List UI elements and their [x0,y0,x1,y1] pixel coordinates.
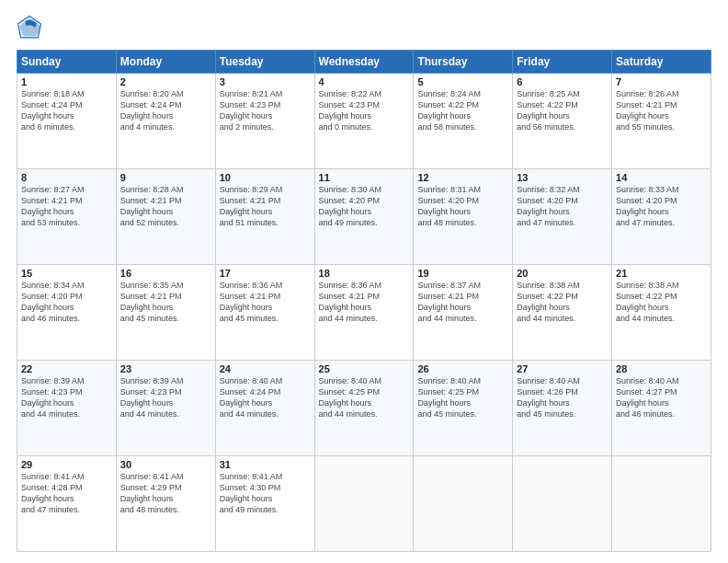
day-number: 14 [616,172,707,183]
day-info: Sunrise: 8:28 AMSunset: 4:21 PMDaylight … [120,184,211,229]
day-number: 10 [220,172,311,183]
calendar-cell: 22Sunrise: 8:39 AMSunset: 4:23 PMDayligh… [17,361,117,456]
calendar-cell: 20Sunrise: 8:38 AMSunset: 4:22 PMDayligh… [513,265,612,361]
day-number: 16 [120,268,211,279]
calendar-cell: 21Sunrise: 8:38 AMSunset: 4:22 PMDayligh… [612,265,711,361]
calendar-week-3: 15Sunrise: 8:34 AMSunset: 4:20 PMDayligh… [17,265,711,361]
calendar-cell: 7Sunrise: 8:26 AMSunset: 4:21 PMDaylight… [612,74,711,169]
day-number: 27 [517,363,608,374]
day-info: Sunrise: 8:24 AMSunset: 4:22 PMDaylight … [417,88,508,133]
calendar-cell [314,456,414,552]
calendar-cell: 4Sunrise: 8:22 AMSunset: 4:23 PMDaylight… [314,74,414,169]
day-number: 11 [319,172,410,183]
day-info: Sunrise: 8:37 AMSunset: 4:21 PMDaylight … [417,280,508,325]
calendar-cell: 13Sunrise: 8:32 AMSunset: 4:20 PMDayligh… [513,169,612,265]
calendar-cell: 9Sunrise: 8:28 AMSunset: 4:21 PMDaylight… [116,169,215,265]
weekday-header-monday: Monday [116,51,215,74]
day-info: Sunrise: 8:40 AMSunset: 4:27 PMDaylight … [616,375,707,420]
day-number: 30 [120,459,211,470]
day-number: 8 [21,172,112,183]
day-info: Sunrise: 8:31 AMSunset: 4:20 PMDaylight … [417,184,508,229]
calendar-cell: 25Sunrise: 8:40 AMSunset: 4:25 PMDayligh… [314,361,414,456]
day-info: Sunrise: 8:38 AMSunset: 4:22 PMDaylight … [517,280,608,325]
day-number: 9 [120,172,211,183]
calendar-cell: 15Sunrise: 8:34 AMSunset: 4:20 PMDayligh… [17,265,117,361]
day-info: Sunrise: 8:39 AMSunset: 4:23 PMDaylight … [21,375,112,420]
day-info: Sunrise: 8:34 AMSunset: 4:20 PMDaylight … [21,280,112,325]
calendar-cell [612,456,711,552]
day-info: Sunrise: 8:35 AMSunset: 4:21 PMDaylight … [120,280,211,325]
calendar-cell: 10Sunrise: 8:29 AMSunset: 4:21 PMDayligh… [215,169,314,265]
day-number: 2 [120,76,211,87]
day-info: Sunrise: 8:26 AMSunset: 4:21 PMDaylight … [616,88,707,133]
day-info: Sunrise: 8:20 AMSunset: 4:24 PMDaylight … [120,88,211,133]
day-info: Sunrise: 8:40 AMSunset: 4:25 PMDaylight … [319,375,410,420]
calendar-week-5: 29Sunrise: 8:41 AMSunset: 4:28 PMDayligh… [17,456,711,552]
calendar-cell: 12Sunrise: 8:31 AMSunset: 4:20 PMDayligh… [414,169,513,265]
logo-icon [17,15,42,40]
calendar-week-4: 22Sunrise: 8:39 AMSunset: 4:23 PMDayligh… [17,361,711,456]
day-number: 4 [319,76,410,87]
day-number: 21 [616,268,707,279]
day-info: Sunrise: 8:40 AMSunset: 4:25 PMDaylight … [417,375,508,420]
calendar-cell: 11Sunrise: 8:30 AMSunset: 4:20 PMDayligh… [314,169,414,265]
weekday-header-saturday: Saturday [612,51,711,74]
day-info: Sunrise: 8:40 AMSunset: 4:26 PMDaylight … [517,375,608,420]
day-info: Sunrise: 8:22 AMSunset: 4:23 PMDaylight … [319,88,410,133]
calendar-cell: 6Sunrise: 8:25 AMSunset: 4:22 PMDaylight… [513,74,612,169]
calendar-table: SundayMondayTuesdayWednesdayThursdayFrid… [17,50,711,552]
calendar-cell: 28Sunrise: 8:40 AMSunset: 4:27 PMDayligh… [612,361,711,456]
calendar-cell: 18Sunrise: 8:36 AMSunset: 4:21 PMDayligh… [314,265,414,361]
day-number: 15 [21,268,112,279]
calendar-week-2: 8Sunrise: 8:27 AMSunset: 4:21 PMDaylight… [17,169,711,265]
day-number: 23 [120,363,211,374]
day-number: 6 [517,76,608,87]
day-number: 7 [616,76,707,87]
day-info: Sunrise: 8:41 AMSunset: 4:29 PMDaylight … [120,471,211,516]
weekday-header-friday: Friday [513,51,612,74]
day-info: Sunrise: 8:39 AMSunset: 4:23 PMDaylight … [120,375,211,420]
calendar-cell: 3Sunrise: 8:21 AMSunset: 4:23 PMDaylight… [215,74,314,169]
calendar-cell: 30Sunrise: 8:41 AMSunset: 4:29 PMDayligh… [116,456,215,552]
calendar-cell: 8Sunrise: 8:27 AMSunset: 4:21 PMDaylight… [17,169,117,265]
weekday-header-row: SundayMondayTuesdayWednesdayThursdayFrid… [17,51,711,74]
day-info: Sunrise: 8:36 AMSunset: 4:21 PMDaylight … [319,280,410,325]
calendar-cell: 17Sunrise: 8:36 AMSunset: 4:21 PMDayligh… [215,265,314,361]
day-info: Sunrise: 8:18 AMSunset: 4:24 PMDaylight … [21,88,112,133]
calendar-cell: 29Sunrise: 8:41 AMSunset: 4:28 PMDayligh… [17,456,117,552]
day-info: Sunrise: 8:29 AMSunset: 4:21 PMDaylight … [220,184,311,229]
day-info: Sunrise: 8:36 AMSunset: 4:21 PMDaylight … [220,280,311,325]
day-number: 12 [417,172,508,183]
day-number: 28 [616,363,707,374]
day-number: 19 [417,268,508,279]
weekday-header-tuesday: Tuesday [215,51,314,74]
calendar-cell: 23Sunrise: 8:39 AMSunset: 4:23 PMDayligh… [116,361,215,456]
day-info: Sunrise: 8:25 AMSunset: 4:22 PMDaylight … [517,88,608,133]
day-number: 18 [319,268,410,279]
day-number: 24 [220,363,311,374]
day-info: Sunrise: 8:33 AMSunset: 4:20 PMDaylight … [616,184,707,229]
calendar-cell: 24Sunrise: 8:40 AMSunset: 4:24 PMDayligh… [215,361,314,456]
day-info: Sunrise: 8:27 AMSunset: 4:21 PMDaylight … [21,184,112,229]
calendar-cell: 19Sunrise: 8:37 AMSunset: 4:21 PMDayligh… [414,265,513,361]
day-number: 17 [220,268,311,279]
day-number: 29 [21,459,112,470]
calendar-cell: 1Sunrise: 8:18 AMSunset: 4:24 PMDaylight… [17,74,117,169]
day-info: Sunrise: 8:30 AMSunset: 4:20 PMDaylight … [319,184,410,229]
day-number: 26 [417,363,508,374]
logo [17,15,46,40]
calendar-cell [414,456,513,552]
weekday-header-wednesday: Wednesday [314,51,414,74]
day-number: 5 [417,76,508,87]
calendar-cell: 2Sunrise: 8:20 AMSunset: 4:24 PMDaylight… [116,74,215,169]
calendar-cell: 14Sunrise: 8:33 AMSunset: 4:20 PMDayligh… [612,169,711,265]
calendar-cell [513,456,612,552]
day-info: Sunrise: 8:41 AMSunset: 4:28 PMDaylight … [21,471,112,516]
calendar-cell: 16Sunrise: 8:35 AMSunset: 4:21 PMDayligh… [116,265,215,361]
day-info: Sunrise: 8:21 AMSunset: 4:23 PMDaylight … [220,88,311,133]
day-info: Sunrise: 8:40 AMSunset: 4:24 PMDaylight … [220,375,311,420]
day-number: 1 [21,76,112,87]
calendar-cell: 31Sunrise: 8:41 AMSunset: 4:30 PMDayligh… [215,456,314,552]
header [17,15,711,40]
calendar-week-1: 1Sunrise: 8:18 AMSunset: 4:24 PMDaylight… [17,74,711,169]
